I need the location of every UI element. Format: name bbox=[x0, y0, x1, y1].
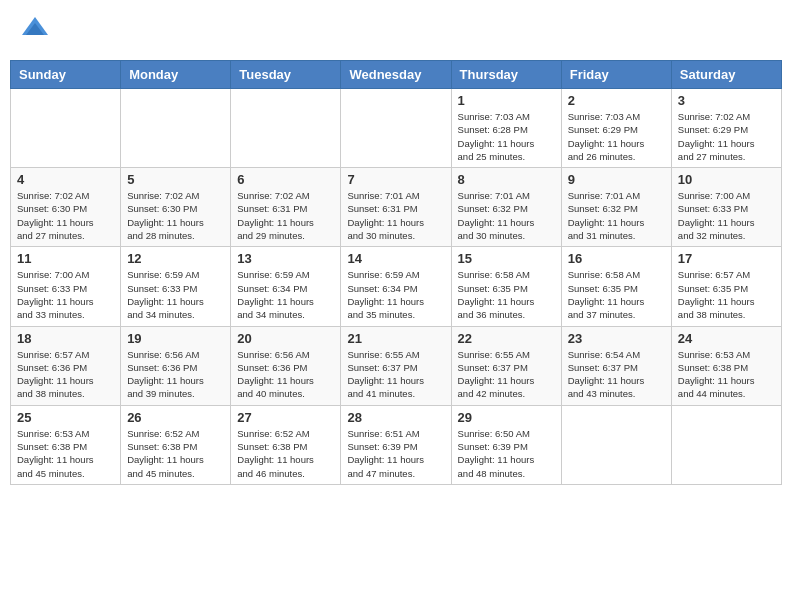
day-info: Sunrise: 6:53 AM Sunset: 6:38 PM Dayligh… bbox=[678, 348, 775, 401]
day-number: 2 bbox=[568, 93, 665, 108]
day-number: 29 bbox=[458, 410, 555, 425]
calendar-cell: 4Sunrise: 7:02 AM Sunset: 6:30 PM Daylig… bbox=[11, 168, 121, 247]
day-info: Sunrise: 6:52 AM Sunset: 6:38 PM Dayligh… bbox=[237, 427, 334, 480]
day-info: Sunrise: 6:58 AM Sunset: 6:35 PM Dayligh… bbox=[458, 268, 555, 321]
calendar-cell: 25Sunrise: 6:53 AM Sunset: 6:38 PM Dayli… bbox=[11, 405, 121, 484]
day-number: 9 bbox=[568, 172, 665, 187]
day-info: Sunrise: 7:02 AM Sunset: 6:30 PM Dayligh… bbox=[17, 189, 114, 242]
day-info: Sunrise: 7:01 AM Sunset: 6:32 PM Dayligh… bbox=[568, 189, 665, 242]
calendar-cell: 22Sunrise: 6:55 AM Sunset: 6:37 PM Dayli… bbox=[451, 326, 561, 405]
day-info: Sunrise: 7:03 AM Sunset: 6:28 PM Dayligh… bbox=[458, 110, 555, 163]
calendar-cell bbox=[121, 89, 231, 168]
calendar-header-tuesday: Tuesday bbox=[231, 61, 341, 89]
day-info: Sunrise: 6:54 AM Sunset: 6:37 PM Dayligh… bbox=[568, 348, 665, 401]
calendar-cell: 13Sunrise: 6:59 AM Sunset: 6:34 PM Dayli… bbox=[231, 247, 341, 326]
calendar-week-row: 18Sunrise: 6:57 AM Sunset: 6:36 PM Dayli… bbox=[11, 326, 782, 405]
calendar-cell: 1Sunrise: 7:03 AM Sunset: 6:28 PM Daylig… bbox=[451, 89, 561, 168]
day-number: 25 bbox=[17, 410, 114, 425]
calendar-cell bbox=[341, 89, 451, 168]
calendar-cell: 20Sunrise: 6:56 AM Sunset: 6:36 PM Dayli… bbox=[231, 326, 341, 405]
calendar-header-row: SundayMondayTuesdayWednesdayThursdayFrid… bbox=[11, 61, 782, 89]
calendar-cell: 27Sunrise: 6:52 AM Sunset: 6:38 PM Dayli… bbox=[231, 405, 341, 484]
day-number: 15 bbox=[458, 251, 555, 266]
calendar-cell bbox=[11, 89, 121, 168]
day-number: 4 bbox=[17, 172, 114, 187]
day-number: 23 bbox=[568, 331, 665, 346]
day-number: 24 bbox=[678, 331, 775, 346]
day-info: Sunrise: 6:51 AM Sunset: 6:39 PM Dayligh… bbox=[347, 427, 444, 480]
calendar-cell: 6Sunrise: 7:02 AM Sunset: 6:31 PM Daylig… bbox=[231, 168, 341, 247]
day-info: Sunrise: 6:57 AM Sunset: 6:36 PM Dayligh… bbox=[17, 348, 114, 401]
day-info: Sunrise: 7:02 AM Sunset: 6:30 PM Dayligh… bbox=[127, 189, 224, 242]
day-number: 28 bbox=[347, 410, 444, 425]
day-info: Sunrise: 7:02 AM Sunset: 6:31 PM Dayligh… bbox=[237, 189, 334, 242]
day-info: Sunrise: 6:56 AM Sunset: 6:36 PM Dayligh… bbox=[237, 348, 334, 401]
calendar-cell: 7Sunrise: 7:01 AM Sunset: 6:31 PM Daylig… bbox=[341, 168, 451, 247]
calendar-header-monday: Monday bbox=[121, 61, 231, 89]
day-info: Sunrise: 6:50 AM Sunset: 6:39 PM Dayligh… bbox=[458, 427, 555, 480]
day-info: Sunrise: 7:01 AM Sunset: 6:31 PM Dayligh… bbox=[347, 189, 444, 242]
calendar-cell: 26Sunrise: 6:52 AM Sunset: 6:38 PM Dayli… bbox=[121, 405, 231, 484]
calendar-cell: 19Sunrise: 6:56 AM Sunset: 6:36 PM Dayli… bbox=[121, 326, 231, 405]
calendar-cell bbox=[561, 405, 671, 484]
day-number: 26 bbox=[127, 410, 224, 425]
day-number: 22 bbox=[458, 331, 555, 346]
day-info: Sunrise: 6:53 AM Sunset: 6:38 PM Dayligh… bbox=[17, 427, 114, 480]
logo bbox=[20, 15, 54, 45]
day-number: 7 bbox=[347, 172, 444, 187]
calendar-cell bbox=[671, 405, 781, 484]
day-number: 6 bbox=[237, 172, 334, 187]
calendar-cell: 8Sunrise: 7:01 AM Sunset: 6:32 PM Daylig… bbox=[451, 168, 561, 247]
calendar-table: SundayMondayTuesdayWednesdayThursdayFrid… bbox=[10, 60, 782, 485]
calendar-header-wednesday: Wednesday bbox=[341, 61, 451, 89]
calendar-cell: 9Sunrise: 7:01 AM Sunset: 6:32 PM Daylig… bbox=[561, 168, 671, 247]
day-info: Sunrise: 6:59 AM Sunset: 6:34 PM Dayligh… bbox=[237, 268, 334, 321]
calendar-header-friday: Friday bbox=[561, 61, 671, 89]
day-number: 14 bbox=[347, 251, 444, 266]
day-info: Sunrise: 6:59 AM Sunset: 6:33 PM Dayligh… bbox=[127, 268, 224, 321]
day-info: Sunrise: 6:56 AM Sunset: 6:36 PM Dayligh… bbox=[127, 348, 224, 401]
day-number: 20 bbox=[237, 331, 334, 346]
calendar-cell bbox=[231, 89, 341, 168]
day-number: 27 bbox=[237, 410, 334, 425]
calendar-header-saturday: Saturday bbox=[671, 61, 781, 89]
day-number: 3 bbox=[678, 93, 775, 108]
calendar-cell: 23Sunrise: 6:54 AM Sunset: 6:37 PM Dayli… bbox=[561, 326, 671, 405]
calendar-cell: 16Sunrise: 6:58 AM Sunset: 6:35 PM Dayli… bbox=[561, 247, 671, 326]
calendar-cell: 18Sunrise: 6:57 AM Sunset: 6:36 PM Dayli… bbox=[11, 326, 121, 405]
page-header bbox=[10, 10, 782, 50]
calendar-week-row: 11Sunrise: 7:00 AM Sunset: 6:33 PM Dayli… bbox=[11, 247, 782, 326]
calendar-cell: 28Sunrise: 6:51 AM Sunset: 6:39 PM Dayli… bbox=[341, 405, 451, 484]
calendar-cell: 2Sunrise: 7:03 AM Sunset: 6:29 PM Daylig… bbox=[561, 89, 671, 168]
day-number: 17 bbox=[678, 251, 775, 266]
day-info: Sunrise: 7:01 AM Sunset: 6:32 PM Dayligh… bbox=[458, 189, 555, 242]
day-info: Sunrise: 7:02 AM Sunset: 6:29 PM Dayligh… bbox=[678, 110, 775, 163]
calendar-cell: 21Sunrise: 6:55 AM Sunset: 6:37 PM Dayli… bbox=[341, 326, 451, 405]
day-number: 1 bbox=[458, 93, 555, 108]
day-number: 13 bbox=[237, 251, 334, 266]
day-info: Sunrise: 6:59 AM Sunset: 6:34 PM Dayligh… bbox=[347, 268, 444, 321]
day-number: 5 bbox=[127, 172, 224, 187]
day-info: Sunrise: 6:55 AM Sunset: 6:37 PM Dayligh… bbox=[347, 348, 444, 401]
logo-icon bbox=[20, 15, 50, 45]
day-info: Sunrise: 6:52 AM Sunset: 6:38 PM Dayligh… bbox=[127, 427, 224, 480]
calendar-cell: 5Sunrise: 7:02 AM Sunset: 6:30 PM Daylig… bbox=[121, 168, 231, 247]
calendar-week-row: 25Sunrise: 6:53 AM Sunset: 6:38 PM Dayli… bbox=[11, 405, 782, 484]
calendar-cell: 29Sunrise: 6:50 AM Sunset: 6:39 PM Dayli… bbox=[451, 405, 561, 484]
day-info: Sunrise: 6:55 AM Sunset: 6:37 PM Dayligh… bbox=[458, 348, 555, 401]
calendar-cell: 11Sunrise: 7:00 AM Sunset: 6:33 PM Dayli… bbox=[11, 247, 121, 326]
day-number: 19 bbox=[127, 331, 224, 346]
calendar-week-row: 4Sunrise: 7:02 AM Sunset: 6:30 PM Daylig… bbox=[11, 168, 782, 247]
calendar-cell: 24Sunrise: 6:53 AM Sunset: 6:38 PM Dayli… bbox=[671, 326, 781, 405]
day-number: 21 bbox=[347, 331, 444, 346]
calendar-cell: 14Sunrise: 6:59 AM Sunset: 6:34 PM Dayli… bbox=[341, 247, 451, 326]
day-number: 8 bbox=[458, 172, 555, 187]
day-info: Sunrise: 6:57 AM Sunset: 6:35 PM Dayligh… bbox=[678, 268, 775, 321]
calendar-week-row: 1Sunrise: 7:03 AM Sunset: 6:28 PM Daylig… bbox=[11, 89, 782, 168]
day-number: 10 bbox=[678, 172, 775, 187]
day-number: 18 bbox=[17, 331, 114, 346]
calendar-cell: 17Sunrise: 6:57 AM Sunset: 6:35 PM Dayli… bbox=[671, 247, 781, 326]
calendar-header-sunday: Sunday bbox=[11, 61, 121, 89]
day-info: Sunrise: 6:58 AM Sunset: 6:35 PM Dayligh… bbox=[568, 268, 665, 321]
day-info: Sunrise: 7:03 AM Sunset: 6:29 PM Dayligh… bbox=[568, 110, 665, 163]
